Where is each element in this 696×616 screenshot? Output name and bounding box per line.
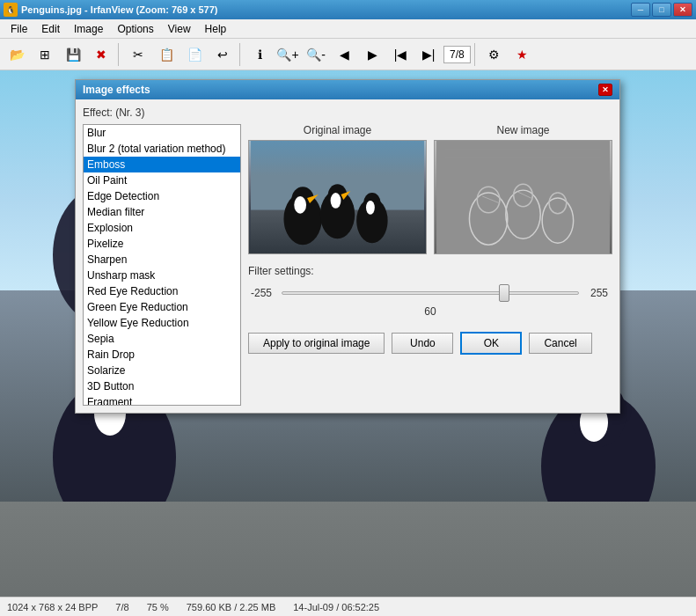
toolbar-separator-1 bbox=[118, 43, 121, 66]
apply-original-button[interactable]: Apply to original image bbox=[248, 333, 385, 354]
effect-item-3[interactable]: Oil Paint bbox=[84, 172, 240, 188]
status-filesize: 759.60 KB / 2.25 MB bbox=[187, 602, 276, 612]
save-button[interactable]: 💾 bbox=[60, 42, 86, 67]
batch-button[interactable]: ★ bbox=[509, 42, 536, 67]
dialog-content: BlurBlur 2 (total variation method)Embos… bbox=[83, 124, 612, 406]
status-date: 14-Jul-09 / 06:52:25 bbox=[293, 602, 379, 612]
slider-current-value: 60 bbox=[248, 305, 612, 318]
new-preview bbox=[434, 140, 612, 254]
prev-button[interactable]: ◀ bbox=[331, 42, 357, 67]
menu-bar: File Edit Image Options View Help bbox=[0, 19, 696, 39]
menu-view[interactable]: View bbox=[161, 21, 198, 37]
preview-labels: Original image New image bbox=[248, 124, 612, 136]
slider-track[interactable] bbox=[282, 291, 579, 295]
menu-options[interactable]: Options bbox=[110, 21, 160, 37]
nav-end-button[interactable]: ▶| bbox=[415, 42, 442, 67]
effect-item-2[interactable]: Emboss bbox=[84, 157, 240, 172]
filter-section: Filter settings: -255 255 60 bbox=[248, 265, 612, 318]
toolbar-separator-2 bbox=[239, 43, 243, 66]
new-label: New image bbox=[434, 124, 612, 136]
status-dimensions: 1024 x 768 x 24 BPP bbox=[7, 602, 98, 612]
effect-item-12[interactable]: Yellow Eye Reduction bbox=[84, 315, 240, 331]
main-area: Image effects ✕ Effect: (Nr. 3) BlurBlur… bbox=[0, 70, 696, 597]
effect-item-13[interactable]: Sepia bbox=[84, 331, 240, 347]
paste-button[interactable]: 📄 bbox=[181, 42, 208, 67]
effect-item-16[interactable]: 3D Button bbox=[84, 378, 240, 394]
status-bar: 1024 x 768 x 24 BPP 7/8 75 % 759.60 KB /… bbox=[0, 597, 696, 616]
cancel-button[interactable]: Cancel bbox=[529, 333, 591, 354]
effect-item-11[interactable]: Green Eye Reduction bbox=[84, 299, 240, 315]
settings-button[interactable]: ⚙ bbox=[481, 42, 508, 67]
dialog-body: Effect: (Nr. 3) BlurBlur 2 (total variat… bbox=[76, 99, 619, 413]
page-indicator: 7/8 bbox=[443, 46, 471, 63]
menu-help[interactable]: Help bbox=[198, 21, 234, 37]
copy-button[interactable]: 📋 bbox=[153, 42, 179, 67]
next-button[interactable]: ▶ bbox=[359, 42, 385, 67]
menu-image[interactable]: Image bbox=[67, 21, 110, 37]
ok-button[interactable]: OK bbox=[460, 332, 522, 355]
svg-point-31 bbox=[366, 201, 375, 215]
close-button[interactable]: ✕ bbox=[673, 3, 692, 17]
effect-item-17[interactable]: Fragment bbox=[84, 394, 240, 406]
slider-min-value: -255 bbox=[248, 287, 275, 299]
effects-list[interactable]: BlurBlur 2 (total variation method)Embos… bbox=[83, 124, 241, 406]
zoom-in-button[interactable]: 🔍+ bbox=[275, 42, 301, 67]
slider-row: -255 255 bbox=[248, 281, 612, 305]
effect-item-0[interactable]: Blur bbox=[84, 125, 240, 141]
svg-rect-32 bbox=[436, 141, 610, 253]
effect-item-7[interactable]: Pixelize bbox=[84, 236, 240, 252]
new-preview-svg bbox=[435, 141, 612, 253]
effect-item-1[interactable]: Blur 2 (total variation method) bbox=[84, 141, 240, 157]
window-controls: ─ □ ✕ bbox=[631, 3, 692, 17]
effect-item-6[interactable]: Explosion bbox=[84, 220, 240, 236]
svg-point-27 bbox=[331, 193, 341, 209]
nav-start-button[interactable]: |◀ bbox=[387, 42, 414, 67]
effect-item-10[interactable]: Red Eye Reduction bbox=[84, 283, 240, 299]
effect-item-8[interactable]: Sharpen bbox=[84, 252, 240, 268]
status-page: 7/8 bbox=[115, 602, 128, 612]
menu-file[interactable]: File bbox=[4, 21, 34, 37]
preview-panel: Original image New image bbox=[248, 124, 612, 406]
dialog-close-button[interactable]: ✕ bbox=[598, 84, 612, 96]
svg-point-23 bbox=[294, 196, 306, 214]
filter-settings-label: Filter settings: bbox=[248, 265, 612, 277]
original-preview-svg bbox=[249, 141, 426, 253]
effect-item-4[interactable]: Edge Detection bbox=[84, 188, 240, 204]
image-effects-dialog: Image effects ✕ Effect: (Nr. 3) BlurBlur… bbox=[75, 79, 620, 414]
undo-button[interactable]: Undo bbox=[392, 333, 453, 354]
effect-label: Effect: (Nr. 3) bbox=[83, 106, 612, 119]
status-zoom: 75 % bbox=[147, 602, 169, 612]
zoom-out-button[interactable]: 🔍- bbox=[303, 42, 329, 67]
maximize-button[interactable]: □ bbox=[652, 3, 671, 17]
undo-button[interactable]: ↩ bbox=[209, 42, 236, 67]
effect-item-14[interactable]: Rain Drop bbox=[84, 347, 240, 363]
toolbar: 📂 ⊞ 💾 ✖ ✂ 📋 📄 ↩ ℹ 🔍+ 🔍- ◀ ▶ |◀ ▶| 7/8 ⚙ … bbox=[0, 39, 696, 70]
dialog-title-text: Image effects bbox=[83, 84, 150, 96]
preview-images bbox=[248, 140, 612, 254]
effect-item-15[interactable]: Solarize bbox=[84, 363, 240, 378]
cut-button[interactable]: ✂ bbox=[125, 42, 151, 67]
thumbnail-button[interactable]: ⊞ bbox=[32, 42, 58, 67]
window-title: Penguins.jpg - IrfanView (Zoom: 769 x 57… bbox=[21, 4, 631, 15]
slider-thumb[interactable] bbox=[499, 284, 509, 302]
info-button[interactable]: ℹ bbox=[246, 42, 273, 67]
toolbar-separator-3 bbox=[474, 43, 478, 66]
minimize-button[interactable]: ─ bbox=[631, 3, 650, 17]
open-button[interactable]: 📂 bbox=[4, 42, 30, 67]
original-label: Original image bbox=[248, 124, 427, 136]
effect-item-9[interactable]: Unsharp mask bbox=[84, 268, 240, 283]
dialog-title-bar: Image effects ✕ bbox=[76, 80, 619, 99]
dialog-buttons: Apply to original image Undo OK Cancel bbox=[248, 332, 612, 355]
delete-button[interactable]: ✖ bbox=[88, 42, 114, 67]
title-bar: 🐧 Penguins.jpg - IrfanView (Zoom: 769 x … bbox=[0, 0, 696, 19]
effect-item-5[interactable]: Median filter bbox=[84, 204, 240, 220]
slider-max-value: 255 bbox=[586, 287, 612, 299]
original-preview bbox=[248, 140, 427, 254]
app-icon: 🐧 bbox=[4, 3, 18, 17]
menu-edit[interactable]: Edit bbox=[34, 21, 67, 37]
